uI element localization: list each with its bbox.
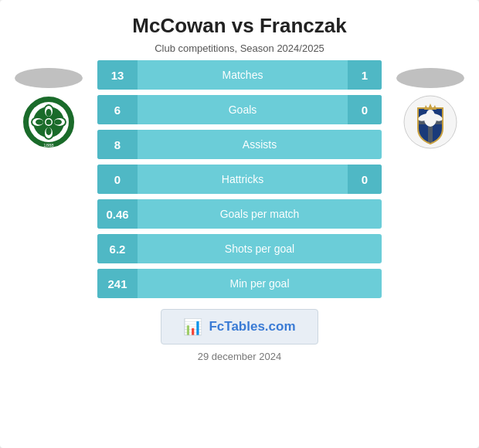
banner-text: FcTables.com (209, 319, 295, 334)
hattricks-left-val: 0 (97, 165, 138, 194)
svg-point-16 (54, 120, 62, 125)
matches-right-val: 1 (348, 60, 382, 90)
stat-row-min-per-goal: 241 Min per goal (97, 269, 382, 298)
gpm-label: Goals per match (138, 208, 382, 220)
assists-label: Assists (138, 138, 382, 151)
goals-left-val: 6 (97, 95, 138, 124)
mpg-left-val: 241 (97, 269, 138, 298)
goals-right-val: 0 (348, 95, 382, 124)
stat-row-hattricks: 0 Hattricks 0 (97, 165, 382, 194)
fctables-banner: 📊 FcTables.com (0, 309, 479, 344)
stjohnstone-logo (403, 94, 458, 150)
svg-text:1888: 1888 (43, 143, 54, 148)
hattricks-right-val: 0 (348, 165, 382, 194)
svg-point-15 (36, 120, 43, 125)
match-title: McCowan vs Franczak (8, 14, 471, 38)
stats-section: 13 Matches 1 6 Goals 0 8 Assists 0 Hattr… (91, 60, 388, 298)
matches-label: Matches (138, 69, 348, 81)
hattricks-label: Hattricks (138, 173, 348, 185)
stat-row-assists: 8 Assists (97, 130, 382, 159)
right-logo-col (388, 60, 473, 298)
celtic-logo: 1888 (21, 94, 76, 150)
spg-left-val: 6.2 (97, 234, 138, 263)
banner-box: 📊 FcTables.com (161, 309, 318, 344)
goals-label: Goals (138, 104, 348, 116)
svg-point-17 (46, 120, 52, 125)
stat-row-goals: 6 Goals 0 (97, 95, 382, 124)
content-area: 1888 13 Matches 1 6 Goals 0 8 Assists 0 … (0, 60, 479, 298)
matches-left-val: 13 (97, 60, 138, 90)
left-logo-col: 1888 (6, 60, 91, 298)
stat-row-shots-per-goal: 6.2 Shots per goal (97, 234, 382, 263)
stat-row-matches: 13 Matches 1 (97, 60, 382, 90)
header: McCowan vs Franczak Club competitions, S… (0, 0, 479, 60)
mpg-label: Min per goal (138, 277, 382, 290)
gpm-left-val: 0.46 (97, 199, 138, 229)
assists-left-val: 8 (97, 130, 138, 159)
subtitle: Club competitions, Season 2024/2025 (8, 42, 471, 54)
comparison-card: McCowan vs Franczak Club competitions, S… (0, 0, 479, 448)
stat-row-goals-per-match: 0.46 Goals per match (97, 199, 382, 229)
footer-date: 29 december 2024 (0, 351, 479, 362)
spg-label: Shots per goal (138, 243, 382, 255)
left-ellipse-top (15, 68, 83, 88)
svg-point-13 (46, 109, 52, 117)
svg-point-14 (46, 127, 52, 135)
chart-icon: 📊 (183, 317, 202, 336)
right-ellipse-top (396, 68, 464, 88)
